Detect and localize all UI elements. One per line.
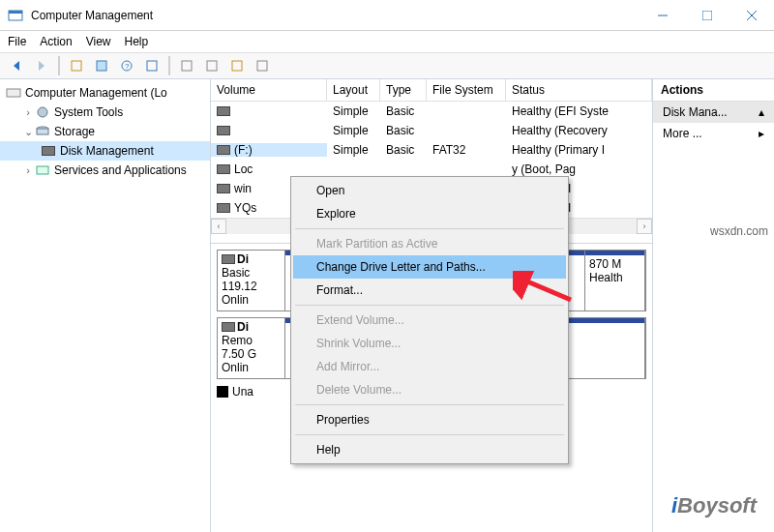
disk-state: Onlin xyxy=(222,293,281,307)
volume-layout: Simple xyxy=(327,124,380,137)
disk-size: 119.12 xyxy=(222,280,281,293)
svg-rect-1 xyxy=(9,11,22,14)
svg-rect-3 xyxy=(702,11,712,20)
col-type[interactable]: Type xyxy=(380,79,427,102)
toolbar-icon-2[interactable] xyxy=(91,55,112,76)
scroll-left-icon[interactable]: ‹ xyxy=(211,219,226,234)
expand-icon[interactable]: › xyxy=(21,106,35,118)
scroll-right-icon[interactable]: › xyxy=(637,219,652,234)
nav-tree: Computer Management (Lo › System Tools ⌄… xyxy=(0,79,211,532)
watermark-main: Boysoft xyxy=(677,493,757,517)
maximize-button[interactable] xyxy=(685,0,729,31)
ctx-open[interactable]: Open xyxy=(293,179,566,202)
action-label: Disk Mana... xyxy=(663,105,728,119)
tree-label: Storage xyxy=(54,125,95,138)
menu-view[interactable]: View xyxy=(86,35,111,48)
watermark-logo: iBoysoft xyxy=(671,493,757,518)
ctx-shrink: Shrink Volume... xyxy=(293,332,566,355)
volume-row[interactable]: SimpleBasicHealthy (EFI Syste xyxy=(211,102,652,121)
col-layout[interactable]: Layout xyxy=(327,79,380,102)
menu-separator xyxy=(295,228,564,229)
volume-icon xyxy=(217,184,230,193)
disk-name: Di xyxy=(237,320,249,334)
volume-status: y (Boot, Pag xyxy=(506,163,652,176)
volume-name: Loc xyxy=(234,163,253,176)
col-filesystem[interactable]: File System xyxy=(427,79,506,102)
storage-icon xyxy=(35,124,50,139)
annotation-arrow xyxy=(513,271,580,313)
services-icon xyxy=(35,163,50,178)
svg-rect-14 xyxy=(257,61,267,71)
disk-name: Di xyxy=(237,252,249,266)
toolbar-icon-1[interactable] xyxy=(66,55,87,76)
tree-storage[interactable]: ⌄ Storage xyxy=(0,122,210,141)
volume-status: Healthy (EFI Syste xyxy=(506,104,652,118)
tree-system-tools[interactable]: › System Tools xyxy=(0,103,210,122)
partition-size: 870 M xyxy=(589,257,640,271)
minimize-button[interactable] xyxy=(640,0,685,31)
ctx-properties[interactable]: Properties xyxy=(293,408,566,431)
volume-row[interactable]: (F:)SimpleBasicFAT32Healthy (Primary I xyxy=(211,140,652,160)
close-button[interactable] xyxy=(729,0,774,31)
tree-label: Services and Applications xyxy=(54,163,187,177)
volume-layout: Simple xyxy=(327,104,380,118)
ctx-mirror: Add Mirror... xyxy=(293,355,566,378)
tree-services[interactable]: › Services and Applications xyxy=(0,161,210,180)
chevron-up-icon: ▴ xyxy=(759,105,764,119)
actions-panel: Actions Disk Mana... ▴ More ... ▸ xyxy=(653,79,774,532)
volume-icon xyxy=(217,126,230,135)
tree-root[interactable]: Computer Management (Lo xyxy=(0,83,210,103)
disk-icon xyxy=(222,322,235,332)
partition[interactable]: 870 M Health xyxy=(585,251,645,310)
disk-icon xyxy=(222,254,235,264)
volume-icon xyxy=(217,164,230,174)
toolbar-icon-3[interactable] xyxy=(176,55,197,76)
watermark-text: wsxdn.com xyxy=(710,224,768,238)
menu-action[interactable]: Action xyxy=(40,35,72,48)
toolbar-icon-6[interactable] xyxy=(252,55,273,76)
chevron-right-icon: ▸ xyxy=(759,127,764,140)
disk-type: Basic xyxy=(222,266,281,280)
refresh-icon[interactable] xyxy=(141,55,163,76)
toolbar-separator xyxy=(168,56,170,75)
forward-button[interactable] xyxy=(31,55,52,76)
tree-disk-management[interactable]: Disk Management xyxy=(0,141,210,161)
col-volume[interactable]: Volume xyxy=(211,79,327,102)
toolbar-icon-5[interactable] xyxy=(226,55,248,76)
app-icon xyxy=(8,8,23,23)
tree-root-label: Computer Management (Lo xyxy=(25,86,167,100)
ctx-help[interactable]: Help xyxy=(293,438,566,461)
svg-rect-13 xyxy=(232,61,242,71)
expand-icon[interactable]: › xyxy=(21,164,35,176)
collapse-icon[interactable]: ⌄ xyxy=(21,126,35,138)
disk-type: Remo xyxy=(222,334,281,347)
menu-file[interactable]: File xyxy=(8,35,26,48)
toolbar-icon-4[interactable] xyxy=(201,55,223,76)
tree-label: System Tools xyxy=(54,105,123,119)
volume-icon xyxy=(217,203,230,213)
col-status[interactable]: Status xyxy=(506,79,652,102)
help-icon[interactable]: ? xyxy=(116,55,137,76)
legend-swatch xyxy=(217,386,228,398)
svg-point-16 xyxy=(38,107,47,117)
disk-state: Onlin xyxy=(222,361,281,374)
volume-row[interactable]: SimpleBasicHealthy (Recovery xyxy=(211,121,652,140)
volume-name: (F:) xyxy=(234,143,253,157)
action-more[interactable]: More ... ▸ xyxy=(653,123,774,144)
volume-type: Basic xyxy=(380,143,427,157)
svg-rect-11 xyxy=(182,61,192,71)
svg-rect-15 xyxy=(7,89,20,97)
menu-help[interactable]: Help xyxy=(125,35,149,48)
action-disk-management[interactable]: Disk Mana... ▴ xyxy=(653,102,774,123)
svg-text:?: ? xyxy=(125,62,130,71)
volume-name: win xyxy=(234,182,252,195)
ctx-explore[interactable]: Explore xyxy=(293,202,566,225)
menu-separator xyxy=(295,434,564,435)
volume-layout: Simple xyxy=(327,143,380,157)
disk-mgmt-icon xyxy=(41,146,56,156)
svg-line-20 xyxy=(521,279,571,300)
back-button[interactable] xyxy=(6,55,27,76)
menu-separator xyxy=(295,404,564,405)
window-controls xyxy=(640,0,774,31)
computer-icon xyxy=(6,85,21,101)
